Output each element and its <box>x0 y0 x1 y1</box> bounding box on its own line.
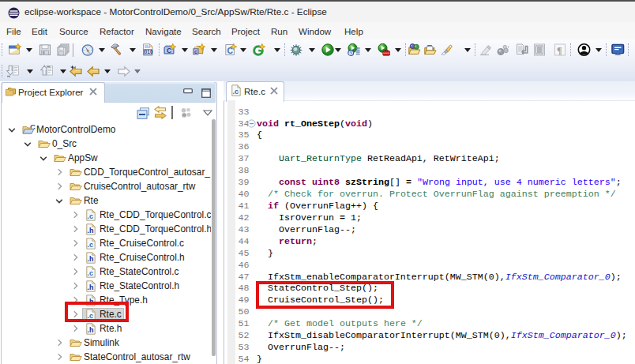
svg-text:.h: .h <box>87 255 93 263</box>
svg-text:.c: .c <box>87 212 93 220</box>
svg-text:.c: .c <box>87 269 93 277</box>
svg-text:.h: .h <box>87 227 93 235</box>
svg-text:.c: .c <box>232 88 239 96</box>
svg-text:.c: .c <box>87 241 93 249</box>
svg-text:c: c <box>194 49 197 54</box>
svg-text:.h: .h <box>87 283 93 291</box>
svg-text:.h: .h <box>87 326 93 334</box>
svg-text:010: 010 <box>145 49 153 54</box>
svg-text:¶: ¶ <box>557 45 562 56</box>
